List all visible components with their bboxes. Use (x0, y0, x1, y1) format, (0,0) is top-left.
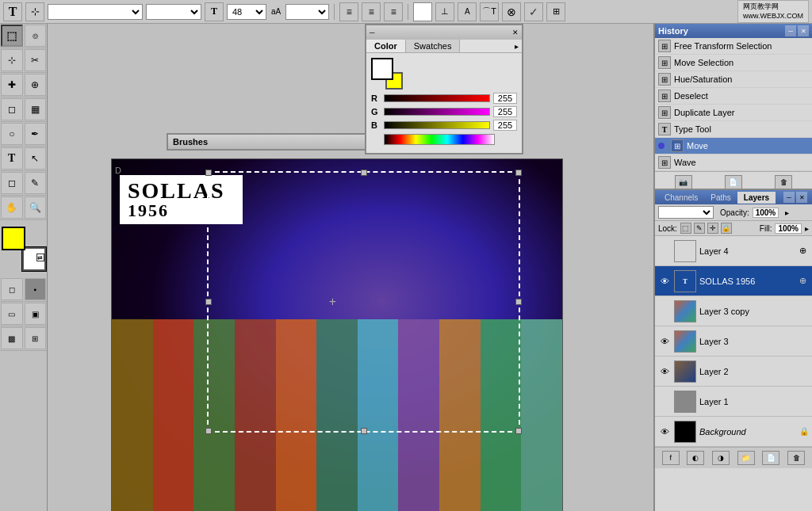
swap-colors-btn[interactable]: ⇄ (36, 254, 44, 261)
history-item-2[interactable]: ⊞ Hue/Saturation (655, 71, 812, 88)
screen-mode3[interactable]: ▩ (1, 327, 23, 349)
layer-adjustment-btn[interactable]: ◑ (712, 451, 730, 465)
history-close[interactable]: ✕ (798, 25, 809, 36)
history-item-1[interactable]: ⊞ Move Selection (655, 55, 812, 71)
color-panel-close[interactable]: ✕ (512, 29, 519, 36)
lock-image[interactable]: ✎ (694, 223, 705, 234)
history-new-snapshot[interactable]: 📷 (675, 175, 692, 189)
color-swatch-btn[interactable] (413, 2, 432, 21)
crop-tool[interactable]: ⊹ (1, 49, 23, 71)
color-tab[interactable]: Color (366, 40, 406, 52)
cancel-btn[interactable]: ⊗ (502, 2, 521, 21)
heal-tool[interactable]: ✚ (1, 74, 23, 96)
history-item-6[interactable]: ⊞ Move (655, 138, 812, 154)
layers-tab[interactable]: Layers (737, 192, 776, 204)
align-center-btn[interactable]: ≡ (362, 2, 381, 21)
hand-tool[interactable]: ✋ (1, 196, 23, 219)
history-item-4[interactable]: ⊞ Duplicate Layer (655, 105, 812, 121)
layers-close[interactable]: ✕ (796, 192, 807, 203)
dodge-tool[interactable]: ○ (1, 123, 23, 145)
font-style-select[interactable]: Regular (146, 4, 201, 20)
g-value[interactable]: 255 (493, 106, 517, 117)
gradient-tool[interactable]: ▦ (25, 98, 47, 120)
paths-tab[interactable]: Paths (704, 192, 737, 204)
path-select-tool[interactable]: ↖ (25, 147, 47, 170)
layer-eye-background[interactable]: 👁 (658, 425, 671, 438)
fg-swatch[interactable] (371, 58, 393, 80)
main-canvas[interactable]: D SOLLAS 1956 + (111, 158, 563, 511)
swatches-tab[interactable]: Swatches (406, 40, 461, 52)
b-slider[interactable] (384, 121, 490, 129)
layer-mask-btn[interactable]: ◐ (687, 451, 704, 465)
marquee-tool[interactable]: ⬚ (1, 25, 23, 47)
layer-item-layer1[interactable]: Layer 1 (655, 387, 812, 417)
history-item-3[interactable]: ⊞ Deselect (655, 88, 812, 105)
screen-mode1[interactable]: ▭ (1, 303, 23, 325)
opacity-value[interactable]: 100% (753, 208, 779, 218)
color-panel-options[interactable]: ▸ (460, 40, 522, 52)
lock-position[interactable]: ✛ (707, 223, 718, 234)
layer-options-sollas[interactable]: ⊕ (796, 275, 809, 288)
layer-options-layer4[interactable]: ⊕ (796, 245, 809, 257)
layer-item-background[interactable]: 👁 Background 🔒 (655, 417, 812, 447)
lasso-tool[interactable]: ⌾ (25, 25, 46, 47)
layer-item-sollas[interactable]: 👁 T SOLLAS 1956 ⊕ (655, 266, 812, 296)
type-tool[interactable]: T (1, 147, 23, 170)
layer-style-btn[interactable]: f (662, 451, 680, 465)
b-value[interactable]: 255 (493, 120, 517, 131)
history-item-0[interactable]: ⊞ Free Transform Selection (655, 38, 812, 55)
stamp-tool[interactable]: ⊕ (25, 74, 47, 96)
font-size-icon[interactable]: T (205, 2, 224, 21)
history-new-doc[interactable]: 📄 (725, 175, 742, 189)
layers-minimize[interactable]: ─ (783, 192, 795, 203)
blend-mode-select[interactable]: Normal (658, 206, 714, 219)
lock-all[interactable]: 🔒 (721, 223, 732, 234)
layer-eye-layer1[interactable] (658, 395, 671, 408)
channels-tab[interactable]: Channels (658, 192, 704, 204)
zoom-tool[interactable]: 🔍 (25, 196, 47, 219)
baseline-btn[interactable]: ⊥ (435, 2, 454, 21)
layer-eye-sollas[interactable]: 👁 (658, 275, 671, 288)
fill-arrow[interactable]: ▸ (805, 224, 809, 233)
quick-mask-off[interactable]: ◻ (1, 278, 23, 300)
pen-tool[interactable]: ✒ (25, 123, 47, 145)
r-slider[interactable] (384, 94, 490, 102)
history-item-5[interactable]: T Type Tool (655, 121, 812, 138)
font-name-select[interactable]: Betty Noir (48, 4, 143, 20)
shape-tool[interactable]: ◻ (1, 172, 23, 194)
fg-color-swatch[interactable] (2, 227, 25, 250)
character-panel-btn[interactable]: A (458, 2, 477, 21)
layer-new-btn[interactable]: 📄 (762, 451, 779, 465)
layer-eye-layer4[interactable] (658, 245, 671, 257)
move-tool-icon[interactable]: ⊹ (25, 2, 44, 21)
layer-eye-layer2[interactable]: 👁 (658, 365, 671, 378)
layer-item-layer2[interactable]: 👁 Layer 2 (655, 357, 812, 387)
quick-mask-on[interactable]: ▪ (25, 278, 47, 300)
layer-eye-layer3[interactable]: 👁 (658, 335, 671, 348)
align-left-btn[interactable]: ≡ (339, 2, 358, 21)
layer-item-layer3[interactable]: 👁 Layer 3 (655, 326, 812, 357)
color-spectrum-bar[interactable] (384, 134, 495, 145)
layer-item-layer4[interactable]: Layer 4 ⊕ (655, 236, 812, 266)
font-size-select[interactable]: 48 (227, 4, 266, 20)
history-delete[interactable]: 🗑 (775, 175, 792, 189)
color-panel-minimize[interactable]: ─ (370, 29, 374, 36)
eraser-tool[interactable]: ◻ (1, 98, 23, 120)
screen-mode4[interactable]: ⊞ (25, 327, 47, 349)
opacity-arrow[interactable]: ▸ (785, 208, 789, 217)
history-minimize[interactable]: ─ (785, 25, 796, 36)
layer-eye-layer3copy[interactable] (658, 305, 671, 318)
aa-select[interactable]: None (285, 4, 329, 20)
lock-transparent[interactable]: ⬚ (680, 223, 691, 234)
warp-text-btn[interactable]: ⌒T (480, 2, 499, 21)
fill-value[interactable]: 100% (775, 223, 802, 234)
layer-group-btn[interactable]: 📁 (737, 451, 755, 465)
g-slider[interactable] (384, 108, 490, 116)
layer-delete-btn[interactable]: 🗑 (787, 451, 805, 465)
layer-item-layer3copy[interactable]: Layer 3 copy (655, 296, 812, 326)
slice-tool[interactable]: ✂ (25, 49, 47, 71)
type-tool-icon[interactable]: T (3, 2, 22, 21)
history-item-7[interactable]: ⊞ Wave (655, 154, 812, 171)
align-right-btn[interactable]: ≡ (384, 2, 403, 21)
options-btn[interactable]: ⊞ (546, 2, 565, 21)
